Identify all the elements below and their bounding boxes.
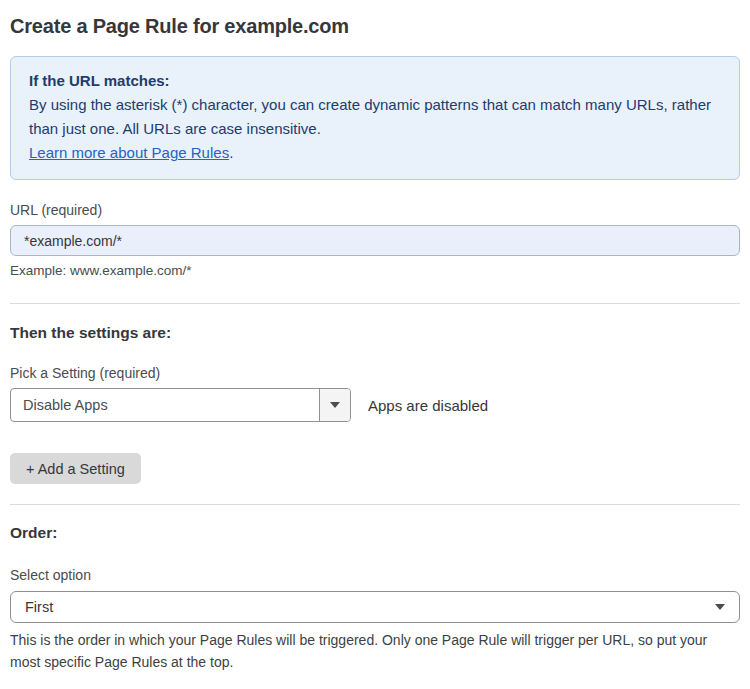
order-select[interactable]: First [10,591,740,623]
settings-divider [10,303,740,304]
setting-dropdown[interactable]: Disable Apps [10,388,351,422]
add-setting-button[interactable]: + Add a Setting [10,453,141,484]
select-option-label: Select option [10,567,740,583]
info-box-body: By using the asterisk (*) character, you… [29,93,721,141]
chevron-down-icon [330,402,340,408]
url-match-info-box: If the URL matches: By using the asteris… [10,56,740,180]
setting-status-text: Apps are disabled [368,397,488,414]
info-box-link-line: Learn more about Page Rules. [29,141,721,165]
order-helper-text: This is the order in which your Page Rul… [10,629,740,673]
pick-setting-label: Pick a Setting (required) [10,365,740,381]
link-period: . [229,144,233,161]
url-example-helper: Example: www.example.com/* [10,263,740,278]
order-section-heading: Order: [10,524,740,542]
learn-more-link[interactable]: Learn more about Page Rules [29,144,229,161]
settings-section-heading: Then the settings are: [10,324,740,342]
setting-dropdown-caret-button[interactable] [319,389,350,421]
setting-row: Disable Apps Apps are disabled [10,388,740,422]
url-field-label: URL (required) [10,202,740,218]
page-title: Create a Page Rule for example.com [10,12,740,40]
chevron-down-icon [715,604,725,610]
setting-dropdown-value: Disable Apps [11,389,319,421]
url-input[interactable] [10,225,740,256]
info-box-heading: If the URL matches: [29,69,721,93]
order-divider [10,504,740,505]
order-select-value: First [25,599,53,615]
